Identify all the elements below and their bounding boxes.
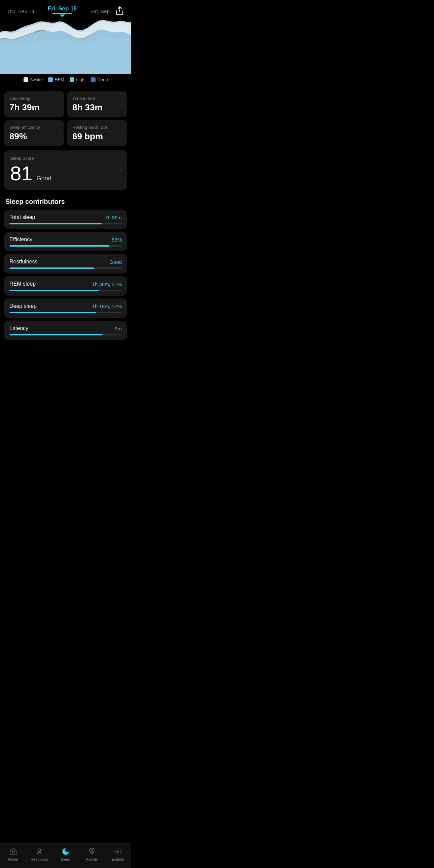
contributor-rem-sleep: REM sleep 1h 38m, 21%: [4, 276, 127, 296]
progress-fill-1: [9, 245, 109, 247]
progress-track-0: [9, 223, 122, 224]
contributor-efficiency: Efficiency 89%: [4, 232, 127, 251]
progress-fill-4: [9, 312, 96, 313]
total-sleep-chevron: ›: [59, 101, 60, 107]
progress-fill-0: [9, 223, 102, 224]
progress-fill-2: [9, 268, 94, 269]
sleep-score-number: 81: [10, 163, 33, 184]
stats-grid: Total sleep 7h 39m › Time in bed 8h 33m …: [0, 87, 131, 150]
resting-hr-value: 69 bpm: [72, 131, 122, 142]
sleep-score-text: Good: [37, 175, 52, 182]
sleep-efficiency-card[interactable]: Sleep efficiency 89% ›: [4, 120, 64, 146]
progress-track-4: [9, 312, 122, 313]
current-date: Fri, Sep 15: [48, 5, 77, 17]
resting-hr-chevron: ›: [121, 130, 123, 136]
header: Thu, Sep 14 Fri, Sep 15 Sat, Sep: [0, 0, 131, 20]
awake-color-dot: [24, 78, 28, 82]
progress-track-2: [9, 268, 122, 269]
contributor-total-sleep: Total sleep 7h 39m: [4, 210, 127, 229]
sleep-chart: [0, 20, 131, 74]
sleep-efficiency-chevron: ›: [59, 130, 60, 136]
resting-hr-card[interactable]: Resting heart rate 69 bpm ›: [67, 120, 127, 146]
sleep-efficiency-value: 89%: [9, 131, 59, 142]
resting-hr-label: Resting heart rate: [72, 125, 122, 130]
progress-fill-3: [9, 290, 99, 291]
deep-color-dot: [91, 78, 96, 82]
contributor-latency: Latency 9m: [4, 321, 127, 340]
progress-track-1: [9, 245, 122, 247]
time-in-bed-card[interactable]: Time in bed 8h 33m ›: [67, 91, 127, 117]
progress-fill-5: [9, 334, 103, 335]
total-sleep-label: Total sleep: [9, 96, 59, 101]
contributors-section: Sleep contributors Total sleep 7h 39m Ef…: [0, 192, 131, 345]
time-in-bed-label: Time in bed: [72, 96, 122, 101]
sleep-score-label: Sleep Score: [10, 156, 121, 161]
legend-awake: Awake: [24, 77, 43, 82]
rem-color-dot: [48, 78, 53, 82]
total-sleep-card[interactable]: Total sleep 7h 39m ›: [4, 91, 64, 117]
sleep-legend: Awake REM Light Deep: [0, 74, 131, 87]
legend-light: Light: [70, 77, 86, 82]
prev-date[interactable]: Thu, Sep 14: [7, 8, 34, 14]
score-row: 81 Good: [10, 163, 121, 184]
share-button[interactable]: [115, 6, 124, 17]
progress-track-5: [9, 334, 122, 335]
sleep-score-chevron: ›: [120, 167, 122, 173]
sleep-score-card[interactable]: Sleep Score 81 Good ›: [4, 150, 127, 190]
progress-track-3: [9, 290, 122, 291]
sleep-efficiency-label: Sleep efficiency: [9, 125, 59, 130]
legend-rem: REM: [48, 77, 64, 82]
contributors-title: Sleep contributors: [4, 198, 127, 206]
light-color-dot: [70, 78, 74, 82]
legend-deep: Deep: [91, 77, 108, 82]
contributor-restfulness: Restfulness Good: [4, 254, 127, 274]
time-in-bed-chevron: ›: [121, 101, 123, 107]
next-date[interactable]: Sat, Sep: [90, 8, 110, 14]
total-sleep-value: 7h 39m: [9, 102, 59, 113]
time-in-bed-value: 8h 33m: [72, 102, 122, 113]
contributor-deep-sleep: Deep sleep 1h 18m, 17%: [4, 299, 127, 318]
